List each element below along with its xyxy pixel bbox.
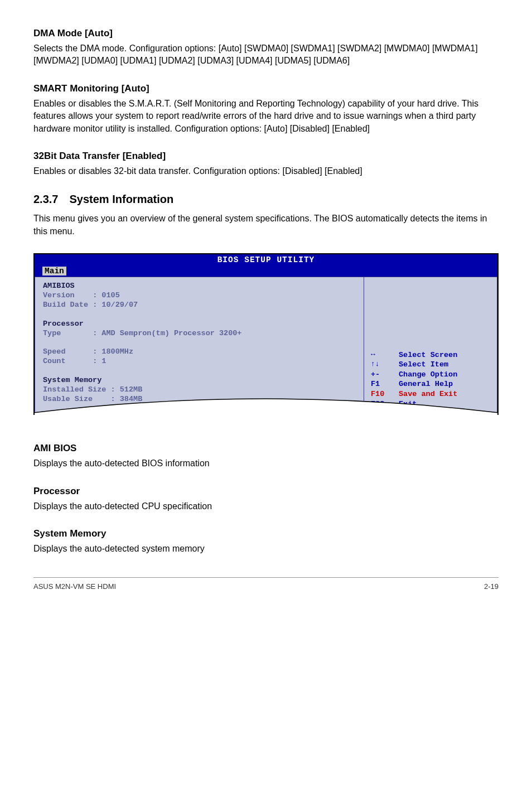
- bios-help-text-save-exit: Save and Exit: [399, 389, 457, 399]
- bit32-heading: 32Bit Data Transfer [Enabled]: [33, 151, 499, 162]
- bios-count-value: : 1: [93, 357, 106, 365]
- bios-speed-value: : 1800MHz: [93, 347, 133, 356]
- bios-amibios-label: AMIBIOS: [43, 282, 356, 291]
- bios-help-key-lr: ↔: [371, 350, 399, 360]
- bios-help-text-change-option: Change Option: [399, 370, 457, 380]
- bios-help-text-exit: Exit: [399, 399, 417, 409]
- footer-product: ASUS M2N-VM SE HDMI: [33, 582, 116, 591]
- bios-help-key-pm: +-: [371, 370, 399, 380]
- bios-type-label: Type: [43, 329, 61, 337]
- bios-help-row: ↑↓ Select Item: [371, 360, 490, 370]
- bios-help-row: F10 Save and Exit: [371, 389, 490, 399]
- bios-left-panel: AMIBIOS Version : 0105 Build Date : 10/2…: [35, 277, 364, 415]
- bios-version-label: Version: [43, 291, 75, 299]
- bios-help-key-f1: F1: [371, 379, 399, 389]
- bios-tab-row: Main: [35, 265, 497, 277]
- bios-help-key-f10: F10: [371, 389, 399, 399]
- bios-installed-label: Installed Size: [43, 385, 106, 394]
- footer-page-number: 2-19: [484, 582, 499, 591]
- system-memory-heading: System Memory: [33, 528, 499, 539]
- bios-help-panel: ↔ Select Screen ↑↓ Select Item +- Change…: [364, 277, 497, 415]
- bios-builddate-label: Build Date: [43, 301, 88, 309]
- bios-help-row: F1 General Help: [371, 379, 490, 389]
- bios-usable-label: Usable Size: [43, 395, 93, 403]
- bios-help-text-select-screen: Select Screen: [399, 350, 457, 360]
- dma-mode-body: Selects the DMA mode. Configuration opti…: [33, 42, 499, 67]
- bios-processor-label: Processor: [43, 320, 356, 329]
- bios-help-row: ↔ Select Screen: [371, 350, 490, 360]
- bios-installed-value: : 512MB: [111, 385, 143, 394]
- system-information-body: This menu gives you an overview of the g…: [33, 212, 499, 238]
- bios-builddate-value: : 10/29/07: [93, 301, 138, 309]
- bios-title-bar: BIOS SETUP UTILITY: [35, 254, 497, 265]
- processor-body: Displays the auto-detected CPU specifica…: [33, 500, 499, 513]
- bios-version-value: : 0105: [93, 291, 120, 299]
- bios-count-label: Count: [43, 357, 66, 365]
- dma-mode-heading: DMA Mode [Auto]: [33, 28, 499, 39]
- bios-speed-label: Speed: [43, 347, 66, 356]
- bios-help-text-general-help: General Help: [399, 379, 453, 389]
- bit32-body: Enables or disables 32-bit data transfer…: [33, 165, 499, 177]
- smart-heading: SMART Monitoring [Auto]: [33, 83, 499, 94]
- ami-bios-body: Displays the auto-detected BIOS informat…: [33, 457, 499, 470]
- bios-help-key-ud: ↑↓: [371, 360, 399, 370]
- bios-setup-utility: BIOS SETUP UTILITY Main AMIBIOS Version …: [33, 253, 499, 415]
- ami-bios-heading: AMI BIOS: [33, 443, 499, 454]
- bios-help-text-select-item: Select Item: [399, 360, 448, 370]
- bios-type-value: : AMD Sempron(tm) Processor 3200+: [93, 329, 241, 337]
- bios-help-row: +- Change Option: [371, 370, 490, 380]
- system-memory-body: Displays the auto-detected system memory: [33, 543, 499, 555]
- bios-tab-main[interactable]: Main: [42, 267, 66, 276]
- bios-usable-value: : 384MB: [111, 395, 143, 403]
- page-footer: ASUS M2N-VM SE HDMI 2-19: [33, 577, 499, 591]
- bios-sysmem-label: System Memory: [43, 376, 356, 385]
- smart-body: Enables or disables the S.M.A.R.T. (Self…: [33, 98, 499, 135]
- bios-help-row: ESC Exit: [371, 399, 490, 409]
- bios-help-key-esc: ESC: [371, 399, 399, 409]
- processor-heading: Processor: [33, 486, 499, 497]
- system-information-heading: 2.3.7 System Information: [33, 193, 499, 206]
